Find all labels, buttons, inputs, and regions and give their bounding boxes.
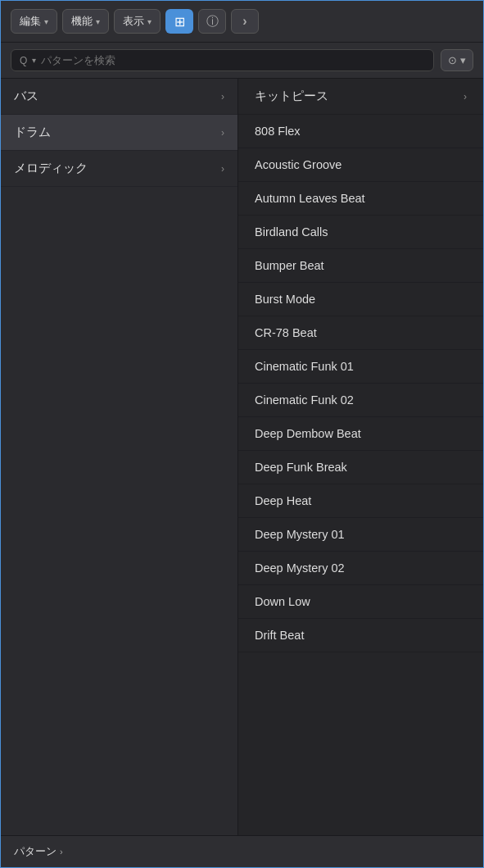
pattern-arrow: › bbox=[60, 847, 63, 857]
item-label: Deep Dembow Beat bbox=[255, 427, 361, 440]
item-label: Bumper Beat bbox=[255, 259, 324, 272]
main-content: バス › ドラム › メロディック › キットピース › 808 Flex bbox=[1, 79, 483, 835]
list-item[interactable]: Deep Funk Break bbox=[238, 451, 483, 484]
item-label: CR-78 Beat bbox=[255, 326, 317, 339]
display-button[interactable]: 表示 ▾ bbox=[114, 9, 161, 34]
edit-label: 編集 bbox=[20, 14, 41, 29]
item-label: Cinematic Funk 01 bbox=[255, 360, 354, 373]
pattern-label: パターン bbox=[14, 844, 57, 859]
list-item[interactable]: Autumn Leaves Beat bbox=[238, 182, 483, 216]
list-item-cinematic-funk-01[interactable]: Cinematic Funk 01 bbox=[238, 350, 483, 384]
search-input-wrapper: Q ▾ bbox=[11, 49, 434, 71]
list-item[interactable]: 808 Flex bbox=[238, 115, 483, 148]
search-input[interactable] bbox=[41, 54, 425, 66]
search-options-arrow: ▾ bbox=[460, 54, 466, 66]
function-chevron: ▾ bbox=[96, 17, 100, 26]
edit-button[interactable]: 編集 ▾ bbox=[11, 9, 57, 34]
melodic-label: メロディック bbox=[14, 161, 88, 176]
list-item[interactable]: Bumper Beat bbox=[238, 249, 483, 283]
drums-arrow: › bbox=[221, 127, 224, 139]
list-item[interactable]: Drift Beat bbox=[238, 619, 483, 652]
list-item[interactable]: Deep Dembow Beat bbox=[238, 417, 483, 451]
list-item-cinematic-funk-02[interactable]: Cinematic Funk 02 bbox=[238, 384, 483, 417]
left-item-drums[interactable]: ドラム › bbox=[1, 115, 237, 151]
item-label: Cinematic Funk 02 bbox=[255, 393, 354, 407]
item-label: Acoustic Groove bbox=[255, 158, 342, 171]
right-panel: キットピース › 808 Flex Acoustic Groove Autumn… bbox=[238, 79, 483, 835]
info-icon-button[interactable]: ⓘ bbox=[198, 9, 226, 34]
list-item[interactable]: Deep Mystery 02 bbox=[238, 552, 483, 585]
list-item[interactable]: Burst Mode bbox=[238, 283, 483, 316]
search-options-icon: ⊙ bbox=[448, 54, 457, 66]
kitpiece-header-label: キットピース bbox=[255, 89, 328, 104]
search-type-arrow: ▾ bbox=[32, 56, 36, 65]
item-label: Drift Beat bbox=[255, 629, 304, 642]
forward-icon-button[interactable]: › bbox=[231, 9, 259, 34]
search-options-button[interactable]: ⊙ ▾ bbox=[441, 49, 473, 71]
list-item[interactable]: Acoustic Groove bbox=[238, 148, 483, 182]
list-item[interactable]: Down Low bbox=[238, 585, 483, 619]
function-label: 機能 bbox=[71, 14, 93, 29]
item-label: Birdland Calls bbox=[255, 225, 328, 239]
item-label: Burst Mode bbox=[255, 293, 315, 306]
info-icon: ⓘ bbox=[206, 14, 219, 30]
grid-icon-button[interactable]: ⊞ bbox=[165, 9, 193, 34]
right-header-kitpiece[interactable]: キットピース › bbox=[238, 79, 483, 115]
list-item[interactable]: CR-78 Beat bbox=[238, 316, 483, 350]
melodic-arrow: › bbox=[221, 163, 224, 175]
search-icon: Q bbox=[20, 55, 27, 66]
search-bar: Q ▾ ⊙ ▾ bbox=[1, 43, 483, 79]
item-label: Deep Mystery 01 bbox=[255, 528, 345, 541]
display-label: 表示 bbox=[123, 14, 144, 29]
edit-chevron: ▾ bbox=[44, 17, 48, 26]
bottom-bar: パターン › bbox=[1, 835, 483, 867]
toolbar: 編集 ▾ 機能 ▾ 表示 ▾ ⊞ ⓘ › bbox=[1, 1, 483, 43]
forward-icon: › bbox=[242, 14, 247, 29]
kitpiece-header-arrow: › bbox=[464, 91, 467, 102]
bass-arrow: › bbox=[221, 91, 224, 102]
left-item-melodic[interactable]: メロディック › bbox=[1, 151, 237, 187]
grid-icon: ⊞ bbox=[174, 14, 185, 30]
item-label: Deep Mystery 02 bbox=[255, 561, 345, 575]
app-container: 編集 ▾ 機能 ▾ 表示 ▾ ⊞ ⓘ › Q ▾ ⊙ ▾ bbox=[0, 0, 484, 868]
left-item-bass[interactable]: バス › bbox=[1, 79, 237, 115]
list-item[interactable]: Birdland Calls bbox=[238, 216, 483, 249]
drums-label: ドラム bbox=[14, 125, 51, 140]
item-label: 808 Flex bbox=[255, 125, 301, 138]
item-label: Deep Funk Break bbox=[255, 461, 347, 474]
display-chevron: ▾ bbox=[147, 17, 152, 26]
list-item[interactable]: Deep Mystery 01 bbox=[238, 518, 483, 552]
bass-label: バス bbox=[14, 89, 38, 104]
function-button[interactable]: 機能 ▾ bbox=[62, 9, 109, 34]
item-label: Deep Heat bbox=[255, 494, 311, 507]
item-label: Autumn Leaves Beat bbox=[255, 192, 365, 205]
list-item[interactable]: Deep Heat bbox=[238, 484, 483, 518]
left-panel: バス › ドラム › メロディック › bbox=[1, 79, 238, 835]
item-label: Down Low bbox=[255, 595, 310, 608]
